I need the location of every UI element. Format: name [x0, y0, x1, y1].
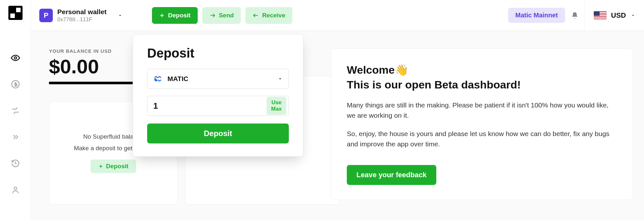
amount-row: Use Max: [147, 96, 289, 116]
nav-streams[interactable]: [11, 106, 20, 115]
balance-progress: [49, 82, 142, 84]
wallet-address: 0x7788...111F: [57, 16, 107, 23]
deposit-button[interactable]: Deposit: [152, 7, 198, 24]
currency-selector[interactable]: USD: [584, 0, 636, 31]
empty-deposit-label: Deposit: [106, 163, 128, 170]
welcome-title: Welcome👋 This is our open Beta dashboard…: [347, 63, 617, 92]
welcome-subtitle: This is our open Beta dashboard!: [347, 78, 521, 91]
deposit-panel: Deposit MATIC Use Max Deposit: [133, 34, 303, 157]
plus-icon: [98, 164, 103, 169]
svg-point-2: [14, 187, 17, 190]
welcome-paragraph-2: So, enjoy, the house is yours and please…: [347, 129, 617, 150]
use-max-button[interactable]: Use Max: [267, 97, 286, 115]
header-actions: Deposit Send Receive: [152, 7, 292, 24]
token-select[interactable]: MATIC: [147, 69, 289, 89]
user-icon: [11, 185, 20, 194]
header-right: Matic Mainnet USD: [508, 0, 636, 31]
receive-button-label: Receive: [262, 12, 285, 19]
feedback-button[interactable]: Leave your feedback: [347, 165, 436, 185]
svg-point-0: [14, 57, 16, 59]
main-content: YOUR BALANCE IN USD $0.00 No Superfluid …: [31, 31, 644, 220]
nav-history[interactable]: [11, 159, 20, 168]
network-chip[interactable]: Matic Mainnet: [508, 8, 565, 23]
matic-icon: [153, 74, 162, 83]
currency-code: USD: [611, 11, 626, 20]
receive-button[interactable]: Receive: [245, 7, 292, 24]
arrow-left-icon: [252, 13, 259, 18]
nav-overview[interactable]: [11, 53, 20, 62]
send-button[interactable]: Send: [202, 7, 241, 24]
deposit-button-label: Deposit: [168, 12, 191, 19]
notifications-icon[interactable]: [571, 11, 579, 20]
welcome-paragraph-1: Many things are still in the making. Ple…: [347, 100, 617, 121]
history-icon: [11, 159, 20, 168]
wallet-selector[interactable]: P Personal wallet 0x7788...111F: [39, 8, 139, 23]
welcome-word: Welcome: [347, 64, 395, 76]
side-nav: [0, 0, 31, 220]
nav-profile[interactable]: [11, 185, 20, 194]
us-flag-icon: [594, 11, 607, 20]
send-button-label: Send: [219, 12, 234, 19]
streams-icon: [11, 107, 20, 115]
wallet-name: Personal wallet: [57, 8, 107, 16]
nav-expand[interactable]: [11, 133, 20, 142]
wallet-avatar: P: [39, 9, 53, 22]
top-bar: P Personal wallet 0x7788...111F Deposit …: [31, 0, 644, 31]
amount-input[interactable]: [153, 101, 261, 111]
wave-icon: 👋: [395, 64, 408, 76]
app-logo[interactable]: [8, 6, 23, 20]
arrow-right-icon: [209, 13, 216, 18]
empty-deposit-button[interactable]: Deposit: [90, 160, 136, 173]
chevron-down-icon: [630, 13, 636, 18]
deposit-submit-button[interactable]: Deposit: [147, 124, 289, 143]
eye-icon: [11, 53, 20, 63]
chevrons-right-icon: [11, 133, 20, 141]
nav-coins[interactable]: [11, 80, 20, 89]
coin-icon: [11, 80, 20, 89]
deposit-title: Deposit: [147, 46, 289, 60]
welcome-body: Many things are still in the making. Ple…: [347, 100, 617, 150]
plus-icon: [159, 13, 165, 18]
chevron-down-icon: [278, 76, 283, 81]
chevron-down-icon: [118, 13, 123, 18]
token-label: MATIC: [167, 75, 188, 83]
welcome-card: Welcome👋 This is our open Beta dashboard…: [331, 48, 633, 200]
